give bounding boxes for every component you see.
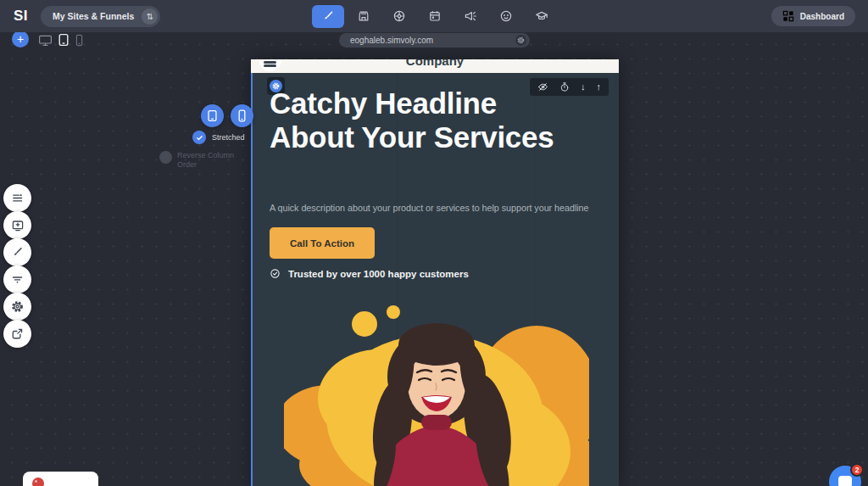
- phone-preview-button[interactable]: [71, 32, 86, 47]
- external-link-icon: [11, 327, 24, 340]
- show-on-tablet-toggle[interactable]: [201, 104, 224, 127]
- dashboard-grid-icon: [782, 10, 794, 22]
- topbar: SI My Sites & Funnels ⇅: [0, 0, 868, 32]
- help-chat-button[interactable]: 2: [829, 466, 861, 486]
- stretched-option: Stretched: [192, 131, 245, 144]
- editor-side-toolbar: [3, 184, 31, 347]
- chat-unread-badge: 2: [850, 463, 864, 477]
- chat-icon: [838, 476, 852, 486]
- design-button[interactable]: [3, 238, 31, 266]
- wheel-icon: [392, 9, 406, 23]
- check-icon: [196, 134, 203, 142]
- filter-lines-icon: [11, 273, 24, 286]
- gear-icon: [11, 300, 24, 313]
- tab-courses[interactable]: [524, 0, 559, 32]
- phone-icon: [75, 34, 84, 47]
- reverse-column-order-option: Reverse Column Order: [159, 151, 235, 169]
- tab-marketing[interactable]: [453, 0, 488, 32]
- simvoly-editor-window: SI My Sites & Funnels ⇅: [0, 0, 868, 486]
- calendar-icon: [428, 9, 442, 23]
- add-element-button[interactable]: [3, 211, 31, 239]
- show-on-phone-toggle[interactable]: [231, 104, 253, 127]
- hero-headline[interactable]: Catchy Headline About Your Services: [270, 87, 554, 154]
- site-header[interactable]: Company: [251, 59, 619, 73]
- move-section-down-button[interactable]: ↓: [581, 82, 586, 92]
- tablet-icon: [207, 109, 218, 122]
- storefront-icon: [357, 9, 370, 23]
- check-circle-icon: [270, 268, 281, 279]
- paintbrush-icon: [11, 246, 24, 259]
- timer-button[interactable]: [559, 81, 570, 92]
- tablet-icon: [58, 33, 70, 47]
- trust-row[interactable]: Trusted by over 1000 happy customers: [270, 268, 469, 279]
- megaphone-icon: [464, 9, 477, 23]
- module-switcher: [310, 0, 559, 32]
- reverse-column-order-label: Reverse Column Order: [177, 151, 235, 169]
- stretched-label: Stretched: [212, 133, 245, 142]
- stretched-checkbox[interactable]: [192, 131, 206, 144]
- desktop-preview-button[interactable]: [37, 32, 53, 47]
- tab-funnels[interactable]: [381, 0, 417, 32]
- my-sites-funnels-label: My Sites & Funnels: [53, 11, 134, 21]
- record-icon: [32, 478, 44, 486]
- graduation-cap-icon: [535, 9, 548, 23]
- reverse-column-order-checkbox[interactable]: [159, 151, 172, 164]
- tab-design[interactable]: [312, 5, 344, 28]
- hero-section[interactable]: ↓ ↑ Catchy Headline About Your Services …: [251, 73, 619, 486]
- add-page-button[interactable]: +: [12, 31, 29, 47]
- timer-icon: [559, 81, 570, 92]
- tablet-preview-button[interactable]: [56, 32, 71, 47]
- site-url-bar[interactable]: eoghaleb.simvoly.com: [339, 33, 530, 47]
- gear-icon: [517, 36, 525, 44]
- dashboard-label: Dashboard: [800, 12, 844, 21]
- pages-button[interactable]: [3, 184, 31, 212]
- preview-button[interactable]: [3, 320, 31, 348]
- phone-icon: [237, 109, 247, 122]
- tab-contacts[interactable]: [488, 0, 524, 32]
- site-brand[interactable]: Company: [251, 59, 619, 68]
- screen-add-icon: [11, 219, 25, 232]
- site-url: eoghaleb.simvoly.com: [350, 36, 515, 45]
- notification-card[interactable]: [23, 472, 98, 486]
- pages-list-icon: [11, 192, 24, 204]
- tab-bookings[interactable]: [417, 0, 453, 32]
- filter-button[interactable]: [3, 265, 31, 293]
- hero-description[interactable]: A quick description about your product o…: [270, 203, 589, 213]
- dashboard-button[interactable]: Dashboard: [771, 6, 855, 26]
- move-section-up-button[interactable]: ↑: [597, 82, 602, 92]
- site-canvas: Company: [251, 59, 619, 486]
- hero-image-woman[interactable]: [284, 299, 589, 486]
- smiley-face-icon: [499, 9, 513, 23]
- app-logo: SI: [14, 8, 28, 25]
- url-settings-button[interactable]: [515, 35, 526, 46]
- tab-store[interactable]: [346, 0, 381, 32]
- trust-text: Trusted by over 1000 happy customers: [288, 269, 469, 279]
- call-to-action-button[interactable]: Call To Action: [270, 227, 375, 259]
- paintbrush-icon: [321, 9, 335, 23]
- settings-button[interactable]: [3, 293, 31, 321]
- my-sites-funnels-button[interactable]: My Sites & Funnels ⇅: [41, 6, 160, 27]
- swap-arrows-icon: ⇅: [142, 8, 158, 25]
- desktop-icon: [38, 34, 53, 47]
